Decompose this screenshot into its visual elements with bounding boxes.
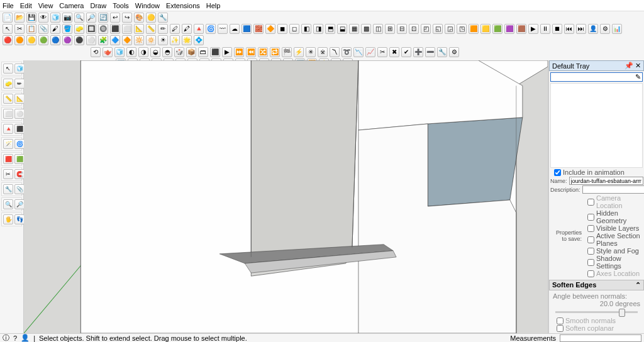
measurements-field[interactable] xyxy=(560,334,641,342)
left-tool-9-0[interactable]: 🔍 xyxy=(3,199,13,209)
toolbar4-btn-6[interactable]: ◓ xyxy=(162,47,172,57)
toolbar1-btn-13[interactable]: 🔧 xyxy=(158,13,168,23)
toolbar2-btn-0[interactable]: ↖ xyxy=(3,24,13,34)
toolbar4-btn-1[interactable]: 🫖 xyxy=(103,47,113,57)
toolbar3-btn-3[interactable]: 🟢 xyxy=(38,35,48,45)
toolbar1-btn-5[interactable]: 📷 xyxy=(62,13,72,23)
toolbar2-btn-38[interactable]: ◳ xyxy=(457,24,467,34)
toolbar2-btn-8[interactable]: 🔘 xyxy=(98,24,108,34)
toolbar2-btn-43[interactable]: 🟫 xyxy=(516,24,526,34)
toolbar3-btn-1[interactable]: 🟠 xyxy=(14,35,25,45)
toolbar2-btn-5[interactable]: 🪣 xyxy=(62,24,72,34)
chk-prop-0[interactable]: Camera Location xyxy=(587,194,643,209)
left-tool-0-1[interactable]: 🧊 xyxy=(14,63,25,74)
chk-soften-coplanar[interactable]: Soften coplanar xyxy=(557,324,640,332)
toolbar3-btn-15[interactable]: 🌟 xyxy=(182,35,192,45)
toolbar4-btn-18[interactable]: ✳ xyxy=(306,47,316,57)
toolbar2-btn-14[interactable]: 🖊 xyxy=(170,24,180,34)
toolbar2-btn-30[interactable]: ▩ xyxy=(361,24,371,34)
left-tool-2-0[interactable]: 📏 xyxy=(3,94,13,104)
toolbar2-btn-12[interactable]: 📏 xyxy=(146,24,156,34)
toolbar2-btn-41[interactable]: 🟩 xyxy=(492,24,502,34)
toolbar2-btn-2[interactable]: 📋 xyxy=(26,24,36,34)
toolbar1-btn-12[interactable]: 🟡 xyxy=(146,13,156,23)
toolbar2-btn-48[interactable]: ⏭ xyxy=(576,24,586,34)
toolbar4-btn-15[interactable]: 🔁 xyxy=(270,47,280,57)
toolbar1-btn-9[interactable]: ↩ xyxy=(110,13,120,23)
toolbar4-btn-17[interactable]: ⚡ xyxy=(294,47,304,57)
left-tool-8-0[interactable]: 🔧 xyxy=(3,184,13,194)
menu-window[interactable]: Window xyxy=(135,2,160,9)
toolbar2-btn-6[interactable]: 🧽 xyxy=(74,24,84,34)
chk-smooth-normals[interactable]: Smooth normals xyxy=(557,317,640,324)
toolbar3-btn-13[interactable]: ☀ xyxy=(158,35,168,45)
toolbar3-btn-9[interactable]: 🔷 xyxy=(110,35,120,45)
menu-view[interactable]: View xyxy=(38,2,53,9)
left-tool-10-1[interactable]: 👣 xyxy=(14,214,25,224)
toolbar4-btn-3[interactable]: ◐ xyxy=(126,47,136,57)
toolbar3-btn-8[interactable]: 🧩 xyxy=(98,35,108,45)
toolbar2-btn-32[interactable]: ⊞ xyxy=(385,24,395,34)
help-icon[interactable]: ? xyxy=(13,334,17,342)
toolbar4-btn-12[interactable]: ⏩ xyxy=(234,47,244,57)
toolbar2-btn-17[interactable]: 🌀 xyxy=(206,24,216,34)
toolbar4-btn-25[interactable]: ✖ xyxy=(389,47,399,57)
toolbar1-btn-6[interactable]: 🔍 xyxy=(74,13,84,23)
toolbar2-btn-18[interactable]: 〰 xyxy=(218,24,228,34)
toolbar2-btn-16[interactable]: 🔺 xyxy=(194,24,204,34)
toolbar2-btn-1[interactable]: ✂ xyxy=(14,24,25,34)
toolbar2-btn-39[interactable]: 🟧 xyxy=(469,24,479,34)
left-tool-5-1[interactable]: 🌀 xyxy=(14,139,25,149)
toolbar4-btn-19[interactable]: ※ xyxy=(318,47,328,57)
menu-file[interactable]: File xyxy=(3,2,14,9)
toolbar2-btn-10[interactable]: ⬜ xyxy=(122,24,132,34)
chk-prop-2[interactable]: Visible Layers xyxy=(587,224,643,232)
tray-title-bar[interactable]: Default Tray 📌 ✕ xyxy=(549,60,644,71)
toolbar3-btn-11[interactable]: 🔆 xyxy=(134,35,144,45)
toolbar4-btn-30[interactable]: ⚙ xyxy=(449,47,459,57)
toolbar3-btn-12[interactable]: 🔅 xyxy=(146,35,156,45)
toolbar1-btn-4[interactable]: 🧊 xyxy=(50,13,60,23)
toolbar4-btn-13[interactable]: ⏪ xyxy=(246,47,256,57)
toolbar4-btn-22[interactable]: 📉 xyxy=(353,47,364,57)
toolbar4-btn-7[interactable]: 🎲 xyxy=(174,47,184,57)
menu-edit[interactable]: Edit xyxy=(20,2,32,9)
left-tool-0-0[interactable]: ↖ xyxy=(3,63,13,74)
toolbar4-btn-11[interactable]: ▶ xyxy=(222,47,232,57)
info-icon[interactable]: ⓘ xyxy=(3,333,9,342)
toolbar4-btn-14[interactable]: 🔀 xyxy=(258,47,268,57)
left-tool-9-1[interactable]: 🔎 xyxy=(14,199,25,209)
toolbar4-btn-8[interactable]: 📦 xyxy=(186,47,196,57)
toolbar4-btn-23[interactable]: 📈 xyxy=(365,47,375,57)
chk-prop-5[interactable]: Shadow Settings xyxy=(587,255,643,270)
toolbar2-btn-42[interactable]: 🟪 xyxy=(504,24,514,34)
menu-help[interactable]: Help xyxy=(206,2,221,9)
toolbar2-btn-35[interactable]: ◰ xyxy=(421,24,431,34)
toolbar2-btn-33[interactable]: ⊟ xyxy=(397,24,407,34)
toolbar2-btn-46[interactable]: ⏹ xyxy=(552,24,562,34)
toolbar2-btn-34[interactable]: ⊡ xyxy=(409,24,419,34)
toolbar1-btn-2[interactable]: 💾 xyxy=(26,13,36,23)
toolbar4-btn-2[interactable]: 🧊 xyxy=(114,47,125,57)
toolbar2-btn-4[interactable]: 🖌 xyxy=(50,24,60,34)
toolbar3-btn-0[interactable]: 🔴 xyxy=(3,35,13,45)
left-tool-3-0[interactable]: ⬜ xyxy=(3,109,13,119)
scenes-swatch[interactable]: ✎ xyxy=(550,72,643,82)
toolbar1-btn-10[interactable]: ↪ xyxy=(122,13,132,23)
soften-slider[interactable] xyxy=(555,311,638,313)
tray-pin-icon[interactable]: 📌 ✕ xyxy=(625,62,641,70)
left-tool-1-0[interactable]: 🧽 xyxy=(3,79,13,89)
toolbar4-btn-26[interactable]: ✔ xyxy=(401,47,411,57)
menu-camera[interactable]: Camera xyxy=(59,2,84,9)
chk-prop-6[interactable]: Axes Location xyxy=(587,270,643,277)
chk-prop-4[interactable]: Style and Fog xyxy=(587,247,643,255)
toolbar1-btn-11[interactable]: 🎨 xyxy=(134,13,144,23)
toolbar2-btn-40[interactable]: 🟨 xyxy=(480,24,491,34)
toolbar2-btn-29[interactable]: ▦ xyxy=(349,24,359,34)
toolbar4-btn-5[interactable]: ◒ xyxy=(150,47,160,57)
left-tool-6-1[interactable]: 🟩 xyxy=(14,154,25,164)
toolbar3-btn-6[interactable]: ⚫ xyxy=(74,35,84,45)
toolbar2-btn-27[interactable]: ⬒ xyxy=(325,24,335,34)
left-tool-7-1[interactable]: 🧲 xyxy=(14,169,25,179)
toolbar2-btn-23[interactable]: ◼ xyxy=(277,24,287,34)
